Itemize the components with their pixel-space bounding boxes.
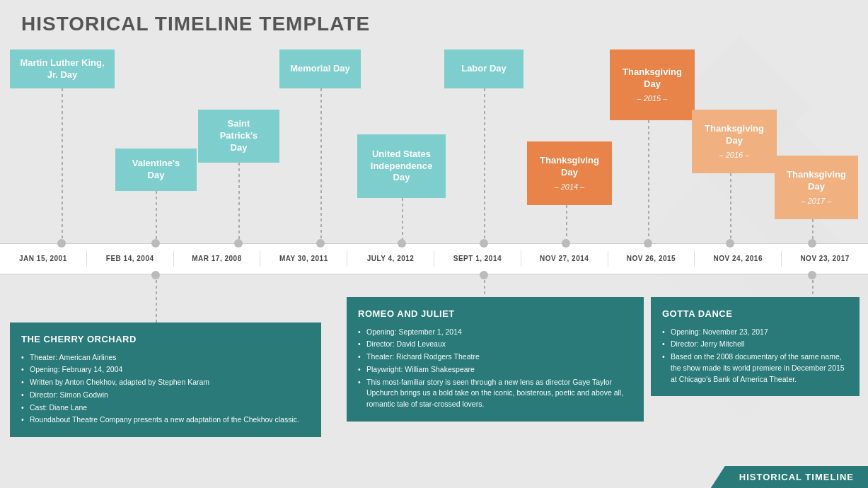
date-cell-5: SEPT 1, 2014 (434, 251, 521, 267)
event-card-labor: Labor Day (444, 50, 523, 88)
dot-top-2 (234, 239, 243, 248)
dot-top-8 (726, 239, 734, 248)
date-cell-1: FEB 14, 2004 (87, 251, 174, 267)
date-cell-9: NOV 23, 2017 (782, 251, 868, 267)
footer: HISTORICAL TIMELINE (711, 466, 868, 488)
dot-top-0 (57, 239, 66, 248)
dot-top-4 (398, 239, 406, 248)
dashed-line-1 (156, 191, 157, 245)
event-card-valentines: Valentine'sDay (115, 149, 197, 191)
event-card-thanksgiving2016: ThanksgivingDay – 2016 – (692, 110, 777, 173)
date-cell-6: NOV 27, 2014 (521, 251, 608, 267)
detail-title-cherry: THE CHERRY ORCHARD (21, 332, 310, 347)
dot-top-9 (808, 239, 816, 248)
page-container: HISTORICAL TIMELINE TEMPLATE JAN 15, 200… (0, 0, 868, 488)
dashed-line-8 (730, 173, 731, 245)
detail-title-gotta: GOTTA DANCE (662, 307, 848, 321)
page-title: HISTORICAL TIMELINE TEMPLATE (21, 13, 370, 35)
detail-list-gotta: Opening: November 23, 2017 Director: Jer… (662, 327, 848, 385)
event-card-stpatricks: SaintPatrick'sDay (198, 110, 279, 163)
event-card-memorial: Memorial Day (279, 50, 361, 88)
dot-top-7 (644, 239, 652, 248)
date-cell-4: JULY 4, 2012 (347, 251, 434, 267)
dates-row: JAN 15, 2001 FEB 14, 2004 MAR 17, 2008 M… (0, 243, 868, 274)
date-cell-8: NOV 24, 2016 (695, 251, 782, 267)
date-cell-0: JAN 15, 2001 (0, 251, 87, 267)
detail-list-cherry: Theater: American Airlines Opening: Febr… (21, 352, 310, 426)
dashed-line-5 (484, 88, 485, 245)
detail-card-romeo: ROMEO AND JULIET Opening: September 1, 2… (347, 297, 644, 422)
event-card-independence: United StatesIndependenceDay (357, 134, 446, 198)
dot-top-6 (562, 239, 570, 248)
event-card-mlk: Martin Luther King, Jr. Day (10, 50, 115, 88)
detail-card-cherry: THE CHERRY ORCHARD Theater: American Air… (10, 323, 321, 437)
dot-top-1 (151, 239, 160, 248)
dashed-line-bottom-1 (156, 274, 157, 324)
dot-top-3 (316, 239, 325, 248)
event-card-thanksgiving2017: ThanksgivingDay – 2017 – (775, 156, 858, 219)
date-cell-3: MAY 30, 2011 (260, 251, 347, 267)
date-cell-2: MAR 17, 2008 (174, 251, 261, 267)
event-card-thanksgiving2015: ThanksgivingDay – 2015 – (610, 50, 695, 120)
dashed-line-0 (62, 88, 63, 245)
dashed-line-2 (238, 163, 240, 245)
detail-list-romeo: Opening: September 1, 2014 Director: Dav… (358, 327, 632, 410)
dot-top-5 (480, 239, 488, 248)
dashed-line-7 (648, 120, 649, 245)
event-card-thanksgiving2014: ThanksgivingDay – 2014 – (527, 141, 612, 205)
dot-bottom-9 (808, 271, 816, 279)
date-cell-7: NOV 26, 2015 (608, 251, 695, 267)
detail-title-romeo: ROMEO AND JULIET (358, 307, 632, 321)
detail-card-gotta: GOTTA DANCE Opening: November 23, 2017 D… (651, 297, 860, 396)
dashed-line-4 (402, 198, 403, 245)
dashed-line-3 (320, 88, 322, 245)
dot-bottom-1 (151, 271, 160, 279)
dot-bottom-5 (480, 271, 488, 279)
